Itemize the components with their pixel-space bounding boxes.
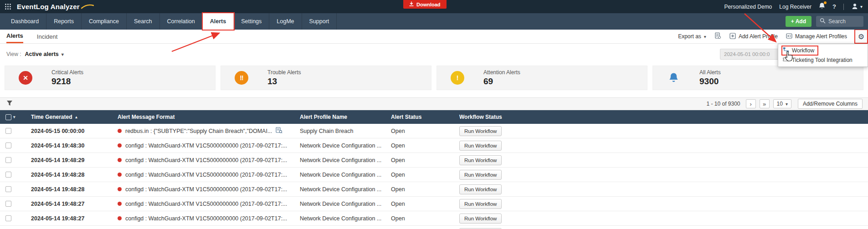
table-row: 2024-05-14 19:48:27 configd : WatchGuard… bbox=[0, 226, 868, 229]
severity-dot-icon bbox=[118, 129, 122, 133]
select-all-caret-icon[interactable]: ▾ bbox=[13, 115, 15, 119]
view-selector[interactable]: Active alerts ▾ bbox=[25, 51, 63, 57]
alerts-actions: Export as ▾ Add Alert Profile Manage Ale… bbox=[678, 30, 867, 43]
critical-alerts-label: Critical Alerts bbox=[51, 69, 83, 76]
attention-alerts-card[interactable]: ! Attention Alerts 69 bbox=[437, 66, 647, 90]
header-workflow-status[interactable]: Workflow Status bbox=[455, 114, 555, 120]
menu-item-workflow[interactable]: Workflow bbox=[778, 46, 868, 55]
user-menu-button[interactable]: ▾ bbox=[851, 3, 863, 11]
run-workflow-button[interactable]: Run Workflow bbox=[459, 199, 502, 209]
menu-item-ticketing-tool-integration[interactable]: Ticketing Tool Integration bbox=[778, 55, 868, 65]
attention-alerts-count: 69 bbox=[483, 76, 520, 87]
nav-tab-logme[interactable]: LogMe bbox=[269, 13, 302, 30]
top-bar: EventLog Analyzer Download Personalized … bbox=[0, 0, 868, 13]
filter-icon[interactable] bbox=[6, 100, 13, 108]
manage-alert-profiles-button[interactable]: Manage Alert Profiles bbox=[786, 33, 847, 41]
row-time: 2024-05-15 00:00:00 bbox=[26, 128, 113, 134]
nav-tab-settings[interactable]: Settings bbox=[234, 13, 269, 30]
subtab-incident[interactable]: Incident bbox=[37, 30, 58, 43]
row-profile: Network Device Configuration ... bbox=[295, 201, 386, 207]
row-checkbox[interactable] bbox=[5, 157, 11, 163]
table-row: 2024-05-14 19:48:27 configd : WatchGuard… bbox=[0, 211, 868, 226]
table-row: 2024-05-14 19:48:28 configd : WatchGuard… bbox=[0, 168, 868, 182]
row-message: configd : WatchGuard-XTM V1C5000000000 (… bbox=[125, 186, 287, 193]
severity-dot-icon bbox=[118, 187, 122, 191]
nav-tab-compliance[interactable]: Compliance bbox=[82, 13, 127, 30]
run-workflow-button[interactable]: Run Workflow bbox=[459, 126, 502, 136]
critical-alerts-icon: ✕ bbox=[19, 71, 32, 85]
row-status: Open bbox=[386, 142, 455, 149]
log-receiver-link[interactable]: Log Receiver bbox=[779, 4, 812, 10]
page-size-selector[interactable]: 10 ▾ bbox=[773, 99, 791, 108]
table-row: 2024-05-15 00:00:00 redbus.in : {"SUBTYP… bbox=[0, 124, 868, 138]
add-button[interactable]: + Add bbox=[786, 16, 812, 27]
view-caret-icon: ▾ bbox=[62, 52, 64, 57]
global-search-box[interactable] bbox=[816, 16, 863, 27]
scheduled-export-button[interactable] bbox=[714, 32, 721, 41]
trouble-alerts-card[interactable]: !! Trouble Alerts 13 bbox=[221, 66, 431, 90]
export-as-button[interactable]: Export as ▾ bbox=[678, 33, 706, 40]
run-workflow-button[interactable]: Run Workflow bbox=[459, 170, 502, 180]
notification-badge bbox=[824, 1, 827, 4]
add-alert-profile-button[interactable]: Add Alert Profile bbox=[729, 33, 778, 41]
row-status: Open bbox=[386, 157, 455, 163]
alert-summary-cards: ✕ Critical Alerts 9218 !! Trouble Alerts… bbox=[0, 65, 868, 90]
row-checkbox[interactable] bbox=[5, 201, 11, 207]
row-checkbox[interactable] bbox=[5, 186, 11, 192]
gear-icon: ⚙ bbox=[858, 32, 864, 41]
add-remove-columns-button[interactable]: Add/Remove Columns bbox=[798, 99, 863, 109]
critical-alerts-card[interactable]: ✕ Critical Alerts 9218 bbox=[5, 66, 216, 90]
row-message: configd : WatchGuard-XTM V1C5000000000 (… bbox=[125, 215, 287, 222]
notifications-button[interactable] bbox=[819, 2, 825, 11]
export-caret-icon: ▾ bbox=[704, 34, 706, 39]
row-checkbox[interactable] bbox=[5, 215, 11, 221]
all-alerts-card[interactable]: All Alerts 9300 bbox=[652, 66, 863, 90]
nav-tab-reports[interactable]: Reports bbox=[46, 13, 82, 30]
user-icon bbox=[851, 3, 858, 11]
topbar-divider bbox=[843, 4, 844, 10]
run-workflow-button[interactable]: Run Workflow bbox=[459, 155, 502, 165]
personalized-demo-link[interactable]: Personalized Demo bbox=[724, 4, 772, 10]
run-workflow-button[interactable]: Run Workflow bbox=[459, 141, 502, 151]
app-logo: EventLog Analyzer bbox=[17, 3, 94, 10]
row-message: configd : WatchGuard-XTM V1C5000000000 (… bbox=[125, 142, 287, 149]
logo-swoosh-icon bbox=[81, 3, 94, 10]
row-message: configd : WatchGuard-XTM V1C5000000000 (… bbox=[125, 157, 287, 163]
all-alerts-label: All Alerts bbox=[699, 69, 721, 76]
workflow-icon bbox=[783, 47, 789, 54]
header-alert-profile-name[interactable]: Alert Profile Name bbox=[295, 114, 386, 120]
row-checkbox[interactable] bbox=[5, 172, 11, 178]
select-all-checkbox[interactable] bbox=[5, 114, 11, 120]
alerts-subnav: Alerts Incident Export as ▾ Add Alert Pr… bbox=[0, 30, 868, 44]
header-alert-message-format[interactable]: Alert Message Format bbox=[113, 114, 295, 120]
download-button[interactable]: Download bbox=[403, 0, 447, 9]
row-checkbox[interactable] bbox=[5, 128, 11, 134]
page-size-caret-icon: ▾ bbox=[786, 102, 788, 107]
nav-tab-alerts[interactable]: Alerts bbox=[203, 13, 234, 30]
subtab-alerts[interactable]: Alerts bbox=[6, 30, 23, 43]
last-page-button[interactable]: » bbox=[760, 99, 770, 108]
row-checkbox[interactable] bbox=[5, 142, 11, 148]
view-filter-row: View : Active alerts ▾ bbox=[0, 44, 868, 65]
severity-dot-icon bbox=[118, 216, 122, 220]
header-alert-status[interactable]: Alert Status bbox=[386, 114, 455, 120]
run-workflow-button[interactable]: Run Workflow bbox=[459, 184, 502, 194]
apps-grid-icon[interactable] bbox=[5, 3, 11, 10]
row-time: 2024-05-14 19:48:28 bbox=[26, 172, 113, 178]
help-button[interactable]: ? bbox=[832, 3, 836, 10]
nav-tab-support[interactable]: Support bbox=[302, 13, 337, 30]
header-time-generated[interactable]: Time Generated ▲ bbox=[26, 114, 113, 120]
nav-tab-correlation[interactable]: Correlation bbox=[160, 13, 203, 30]
nav-tab-search[interactable]: Search bbox=[127, 13, 160, 30]
menu-item-workflow-label: Workflow bbox=[792, 47, 814, 54]
global-search-input[interactable] bbox=[828, 18, 859, 25]
next-page-button[interactable]: › bbox=[746, 99, 756, 108]
alert-settings-gear-button[interactable]: ⚙ bbox=[855, 30, 867, 43]
download-label: Download bbox=[416, 2, 441, 7]
all-alerts-count: 9300 bbox=[699, 76, 721, 87]
view-log-icon[interactable] bbox=[276, 127, 282, 135]
nav-tab-dashboard[interactable]: Dashboard bbox=[4, 13, 46, 30]
download-icon bbox=[409, 1, 414, 7]
alerts-table: ▾ Time Generated ▲ Alert Message Format … bbox=[0, 110, 868, 229]
run-workflow-button[interactable]: Run Workflow bbox=[459, 214, 502, 224]
